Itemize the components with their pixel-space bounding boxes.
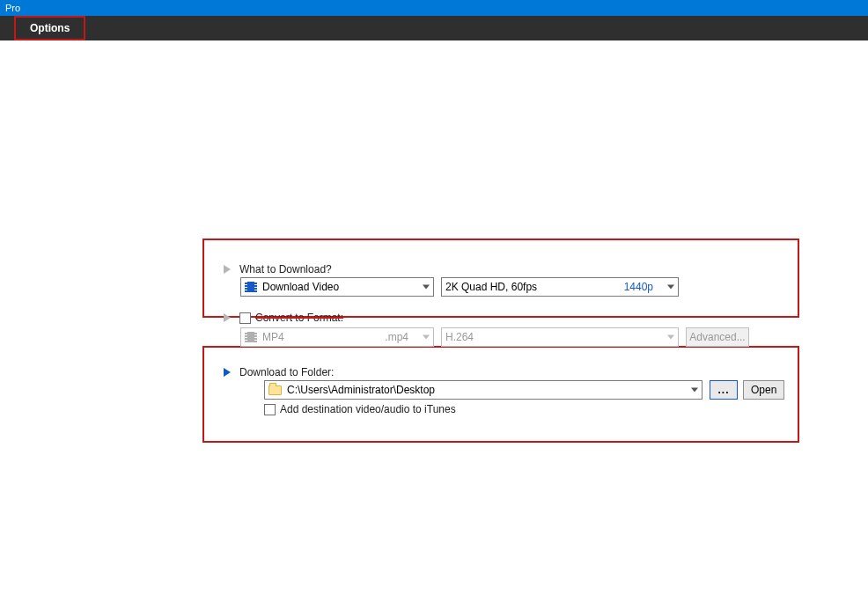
arrow-icon [224,265,231,274]
download-folder-heading: Download to Folder: [239,366,334,378]
window-title-suffix: Pro [5,3,20,13]
convert-format-checkbox[interactable] [239,312,251,324]
chevron-down-icon [667,335,674,340]
add-to-itunes-label: Add destination video/audio to iTunes [280,403,456,415]
chevron-down-icon [667,285,674,290]
chevron-down-icon [691,388,698,393]
download-quality-select[interactable]: 2K Quad HD, 60fps 1440p [441,277,679,297]
menu-item-options[interactable]: Options [14,16,85,40]
film-icon [245,282,257,292]
add-to-itunes-checkbox[interactable] [264,404,276,415]
workspace: What to Download? Download Video 2K Quad… [0,40,868,602]
arrow-icon [224,368,231,377]
download-mode-value: Download Video [262,281,414,293]
arrow-icon [224,313,231,322]
advanced-button: Advanced... [686,327,749,347]
convert-container-select: MP4 .mp4 [240,327,434,347]
convert-format-heading: Convert to Format: [255,312,343,324]
download-quality-tag: 1440p [624,281,653,293]
chevron-down-icon [423,335,430,340]
download-folder-path: C:\Users\Administrator\Desktop [287,384,682,396]
convert-codec-value: H.264 [445,331,658,343]
download-folder-select[interactable]: C:\Users\Administrator\Desktop [264,380,702,400]
window-titlebar: Pro [0,0,868,16]
folder-icon [268,385,282,395]
film-icon [245,332,257,342]
open-folder-button[interactable]: Open [743,380,784,400]
menu-item-truncated[interactable]: n [0,16,14,40]
what-to-download-heading: What to Download? [239,263,332,275]
chevron-down-icon [423,285,430,290]
convert-container-ext: .mp4 [385,331,408,343]
download-mode-select[interactable]: Download Video [240,277,434,297]
convert-codec-select: H.264 [441,327,679,347]
menubar: n Options [0,16,868,40]
browse-folder-button[interactable]: ... [710,380,738,400]
